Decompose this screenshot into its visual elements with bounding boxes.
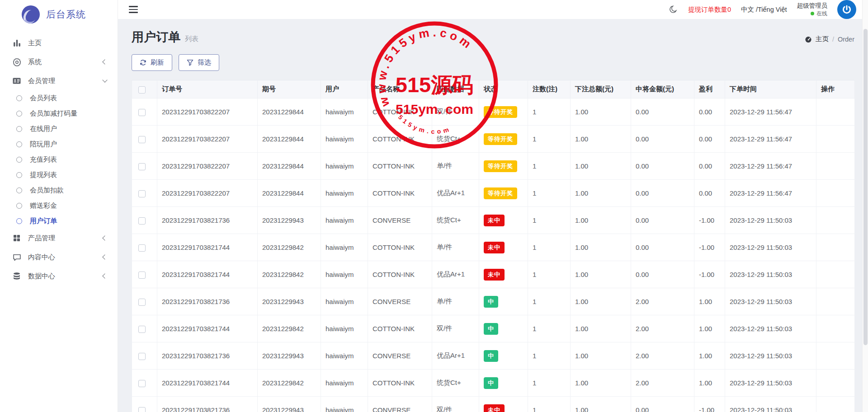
scrollbar-thumb[interactable]: [863, 29, 868, 345]
status-badge: 未中: [484, 215, 505, 226]
page-scrollbar[interactable]: [862, 0, 868, 412]
cell-bets: 1: [528, 288, 571, 315]
page-subtitle: 列表: [185, 35, 198, 42]
cell-time: 2023-12-29 11:50:03: [725, 315, 816, 342]
cell-order-no: 202312291703821736: [157, 342, 258, 370]
cell-time: 2023-12-29 11:50:03: [725, 207, 816, 234]
sidebar-item[interactable]: 主页: [0, 33, 118, 52]
sidebar-subitem[interactable]: 会员加扣款: [0, 183, 118, 198]
circle-icon: [16, 203, 22, 209]
sidebar-item[interactable]: 产品管理: [0, 229, 118, 248]
logo[interactable]: 后台系统: [0, 0, 118, 29]
filter-button[interactable]: 筛选: [179, 54, 219, 71]
row-checkbox[interactable]: [138, 299, 146, 306]
cell-order-no: 202312291703822207: [157, 153, 258, 180]
status-badge: 中: [484, 350, 498, 362]
cell-order-no: 202312291703821736: [157, 288, 258, 315]
cell-order-no: 202312291703821744: [157, 370, 258, 397]
table-row: 202312291703821744 20231229842 haiwaiym …: [132, 261, 855, 288]
circle-icon: [16, 187, 22, 193]
table-header-row: 订单号 期号 用户 产品名称 匹配数据 状态 注数(注) 下注总额(元) 中将金…: [132, 80, 855, 98]
row-checkbox[interactable]: [138, 326, 146, 333]
cell-bets: 1: [528, 342, 571, 370]
cell-product: COTTON-INK: [368, 126, 432, 153]
cell-actions: [816, 126, 855, 153]
gear-icon: [12, 57, 21, 66]
chevron-left-icon: [102, 59, 107, 64]
row-checkbox[interactable]: [138, 353, 146, 360]
avatar[interactable]: [837, 0, 856, 19]
breadcrumb-separator: /: [832, 36, 834, 43]
col-time: 下单时间: [725, 80, 816, 98]
cell-profit: 1.00: [694, 342, 725, 370]
cell-time: 2023-12-29 11:50:03: [725, 370, 816, 397]
col-profit: 盈利: [694, 80, 725, 98]
chevron-down-icon: [102, 77, 107, 82]
row-checkbox[interactable]: [138, 109, 146, 116]
sidebar: 后台系统 主页 系统 会员管理 会员列表 会员加减打码量 在线用户 陪玩用户 充…: [0, 0, 118, 412]
status-badge: 等待开奖: [484, 187, 517, 199]
row-checkbox[interactable]: [138, 380, 146, 387]
status-badge: 中: [484, 323, 498, 335]
row-checkbox[interactable]: [138, 407, 146, 412]
breadcrumb-home[interactable]: 主页: [816, 35, 829, 43]
sidebar-subitem[interactable]: 用户订单: [0, 213, 118, 229]
sidebar-subitem[interactable]: 会员加减打码量: [0, 106, 118, 121]
sidebar-subitem[interactable]: 充值列表: [0, 152, 118, 167]
row-checkbox[interactable]: [138, 217, 146, 225]
sidebar-subitem[interactable]: 陪玩用户: [0, 136, 118, 152]
cell-bets: 1: [528, 370, 571, 397]
table-row: 202312291703822207 20231229844 haiwaiym …: [132, 126, 855, 153]
row-checkbox[interactable]: [138, 272, 146, 279]
cell-bets: 1: [528, 234, 571, 261]
sidebar-subitem[interactable]: 在线用户: [0, 121, 118, 136]
row-checkbox[interactable]: [138, 136, 146, 143]
cell-bets: 1: [528, 98, 571, 126]
sidebar-item[interactable]: 数据中心: [0, 267, 118, 286]
cell-user: haiwaiym: [321, 261, 368, 288]
row-checkbox[interactable]: [138, 163, 146, 170]
cell-profit: 1.00: [694, 315, 725, 342]
table-row: 202312291703821736 20231229943 haiwaiym …: [132, 207, 855, 234]
col-product: 产品名称: [368, 80, 432, 98]
circle-icon: [16, 172, 22, 178]
cell-actions: [816, 234, 855, 261]
cell-user: haiwaiym: [321, 288, 368, 315]
sidebar-subitem[interactable]: 会员列表: [0, 90, 118, 106]
sidebar-subitem[interactable]: 赠送彩金: [0, 198, 118, 213]
cell-win-amount: 0.00: [631, 180, 694, 207]
cell-bets: 1: [528, 397, 571, 412]
sidebar-item[interactable]: 系统: [0, 52, 118, 71]
cell-period: 20231229943: [258, 207, 321, 234]
row-checkbox[interactable]: [138, 190, 146, 197]
moon-icon[interactable]: [669, 5, 678, 14]
cell-bets: 1: [528, 153, 571, 180]
cell-period: 20231229943: [258, 397, 321, 412]
sidebar-item[interactable]: 会员管理: [0, 71, 118, 90]
sidebar-subitem[interactable]: 提现列表: [0, 167, 118, 183]
withdraw-order-count[interactable]: 提现订单数量0: [688, 5, 731, 14]
chat-icon: [12, 253, 21, 262]
cell-match: 优品Ar+1: [432, 180, 479, 207]
hamburger-icon[interactable]: [129, 6, 138, 13]
refresh-button[interactable]: 刷新: [132, 54, 172, 71]
select-all-checkbox[interactable]: [138, 86, 146, 94]
cell-time: 2023-12-29 11:56:47: [725, 98, 816, 126]
online-dot-icon: [811, 12, 814, 15]
circle-icon: [16, 218, 22, 224]
circle-icon: [16, 126, 22, 132]
cell-bets: 1: [528, 126, 571, 153]
chevron-left-icon: [102, 254, 107, 259]
table-row: 202312291703821736 20231229943 haiwaiym …: [132, 342, 855, 370]
cell-actions: [816, 315, 855, 342]
cell-period: 20231229842: [258, 261, 321, 288]
row-checkbox[interactable]: [138, 244, 146, 252]
sidebar-item[interactable]: 内容中心: [0, 248, 118, 267]
language-switcher[interactable]: 中文 /Tiếng Việt: [741, 5, 787, 14]
cell-actions: [816, 288, 855, 315]
cell-period: 20231229842: [258, 234, 321, 261]
admin-role: 超级管理员: [797, 2, 828, 10]
cell-bets: 1: [528, 315, 571, 342]
cell-actions: [816, 261, 855, 288]
cell-match: 优品Ar+1: [432, 342, 479, 370]
